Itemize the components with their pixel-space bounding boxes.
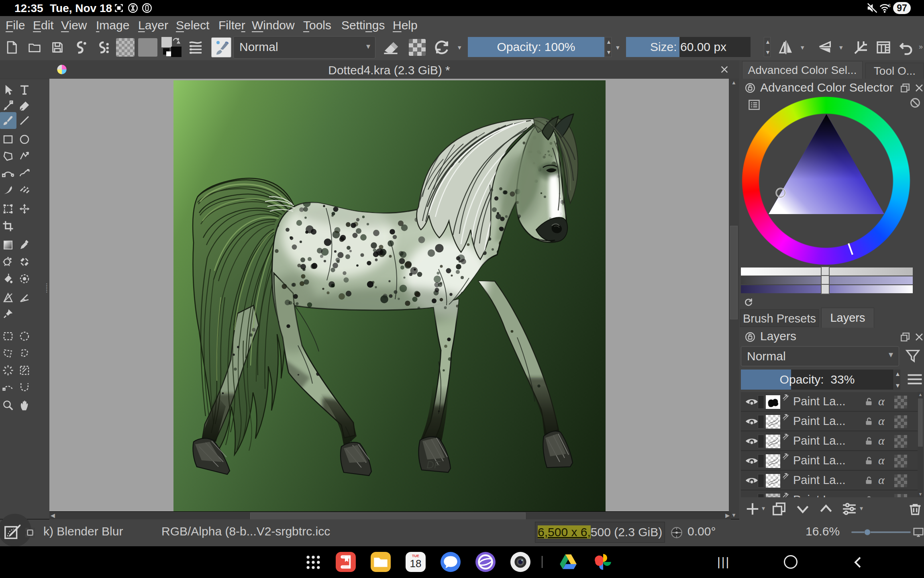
svg-text:6: 6: [888, 3, 891, 8]
svg-text:DF: DF: [426, 459, 441, 471]
